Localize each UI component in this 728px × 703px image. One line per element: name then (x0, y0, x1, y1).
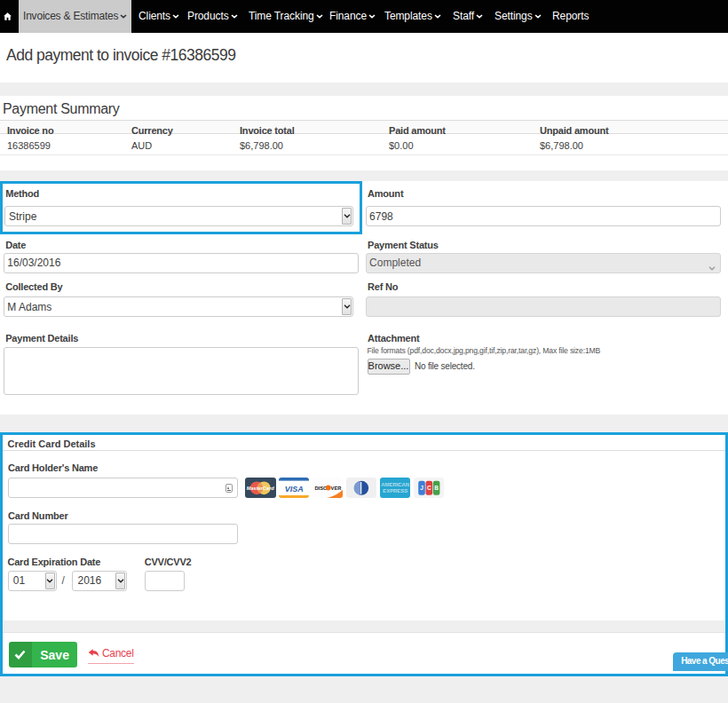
svg-text:C: C (426, 485, 431, 491)
svg-text:VISA: VISA (285, 484, 304, 493)
svg-text:AMERICAN: AMERICAN (381, 482, 409, 487)
svg-text:MasterCard: MasterCard (247, 486, 274, 491)
svg-text:B: B (434, 485, 439, 491)
svg-text:J: J (420, 485, 423, 491)
svg-text:VER: VER (330, 485, 342, 490)
svg-text:EXPRESS: EXPRESS (383, 488, 408, 494)
